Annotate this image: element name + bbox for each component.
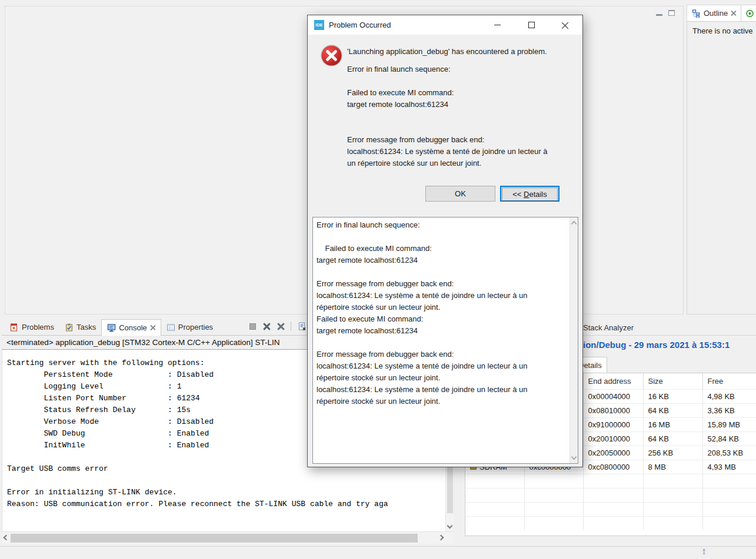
- properties-icon: [166, 323, 175, 332]
- tasks-icon: [65, 323, 74, 332]
- table-cell: [465, 488, 524, 502]
- scrollbar-thumb[interactable]: [11, 534, 418, 543]
- dialog-mi-command-message: Failed to execute MI command: target rem…: [347, 87, 578, 111]
- table-cell: [643, 516, 702, 530]
- table-cell: 0x20010000: [583, 431, 643, 446]
- table-cell: [702, 516, 756, 530]
- table-cell: 4,98 KB: [702, 389, 756, 403]
- tab-properties[interactable]: Properties: [161, 319, 218, 335]
- outline-icon: [692, 9, 701, 18]
- dialog-primary-message: 'Launching application_debug' has encoun…: [347, 46, 578, 58]
- dialog-secondary-message: Error in final launch sequence:: [347, 63, 578, 75]
- table-row[interactable]: [465, 474, 756, 488]
- details-panel: Error in final launch sequence: Failed t…: [312, 217, 578, 464]
- remove-all-launches-icon[interactable]: [277, 323, 284, 330]
- tab-tasks-label: Tasks: [76, 323, 96, 332]
- problem-occurred-dialog: IDE Problem Occurred 'Launching applicat…: [307, 15, 583, 467]
- tab-outline[interactable]: Outline: [687, 5, 741, 21]
- table-row[interactable]: [465, 502, 756, 516]
- table-cell: 0x91000000: [583, 417, 643, 431]
- table-column-header[interactable]: End address: [583, 373, 643, 389]
- table-cell: 16 KB: [643, 389, 702, 403]
- dialog-title-bar[interactable]: IDE Problem Occurred: [308, 15, 582, 35]
- tab-console[interactable]: Console: [101, 319, 161, 336]
- table-row[interactable]: [465, 488, 756, 502]
- toolbar-divider: [291, 322, 291, 331]
- tab-outline-label: Outline: [704, 9, 728, 18]
- dialog-backend-message: Error message from debugger back end: lo…: [347, 134, 578, 169]
- details-button[interactable]: << Details: [500, 186, 559, 202]
- table-cell: [524, 516, 583, 530]
- table-cell: [524, 502, 583, 516]
- table-column-header[interactable]: Size: [643, 373, 702, 389]
- table-cell: [465, 516, 524, 530]
- table-cell: 64 KB: [643, 403, 702, 417]
- tab-breakpoints[interactable]: [741, 5, 756, 21]
- ok-button[interactable]: OK: [425, 186, 495, 202]
- console-icon: [107, 324, 116, 332]
- close-button[interactable]: [548, 15, 582, 35]
- dialog-title: Problem Occurred: [329, 21, 391, 29]
- close-tab-icon[interactable]: [731, 11, 736, 16]
- table-cell: [465, 474, 524, 488]
- table-cell: 52,84 KB: [702, 431, 756, 446]
- table-cell: [524, 474, 583, 488]
- drag-handle-icon[interactable]: ⁞⁞: [702, 547, 704, 556]
- outline-tab-bar: Outline: [687, 5, 756, 22]
- table-cell: 208,53 KB: [702, 446, 756, 460]
- table-cell: [524, 488, 583, 502]
- close-tab-icon[interactable]: [150, 325, 155, 330]
- table-cell: [702, 474, 756, 488]
- analyzer-session-title: ion/Debug - 29 mars 2021 à 15:53:1: [583, 340, 730, 350]
- table-cell: [643, 474, 702, 488]
- minimize-button[interactable]: [480, 15, 514, 35]
- table-cell: [583, 488, 643, 502]
- scroll-right-icon[interactable]: [438, 535, 444, 541]
- scroll-up-icon[interactable]: [571, 221, 577, 227]
- ide-app-icon: IDE: [314, 20, 324, 30]
- table-cell: [643, 502, 702, 516]
- table-column-header[interactable]: Free: [702, 373, 756, 389]
- close-icon: [562, 22, 569, 29]
- remove-launch-icon[interactable]: [262, 323, 270, 330]
- terminate-icon[interactable]: [249, 323, 256, 330]
- tab-problems[interactable]: Problems: [5, 319, 59, 335]
- maximize-button[interactable]: [514, 15, 548, 35]
- error-icon: [320, 44, 343, 67]
- table-cell: 4,93 MB: [702, 460, 756, 474]
- outline-panel: Outline There is no active: [687, 5, 756, 314]
- details-scrollbar[interactable]: [570, 217, 578, 463]
- table-cell: [702, 488, 756, 502]
- table-cell: 64 KB: [643, 431, 702, 446]
- minimize-icon: [494, 25, 501, 26]
- scroll-left-icon[interactable]: [4, 535, 9, 541]
- table-cell: 3,36 KB: [702, 403, 756, 417]
- maximize-view-icon[interactable]: [668, 10, 675, 16]
- table-cell: 0x20050000: [583, 446, 643, 460]
- target-icon: [745, 9, 754, 18]
- scroll-down-icon[interactable]: [571, 454, 577, 460]
- minimize-view-icon[interactable]: [656, 14, 662, 16]
- tab-tasks[interactable]: Tasks: [59, 319, 101, 335]
- outline-empty-message: There is no active: [687, 22, 756, 35]
- table-cell: [583, 474, 643, 488]
- table-cell: [643, 488, 702, 502]
- table-cell: 8 MB: [643, 460, 702, 474]
- clear-console-icon[interactable]: [298, 322, 307, 330]
- details-text[interactable]: Error in final launch sequence: Failed t…: [313, 217, 570, 463]
- table-cell: [465, 502, 524, 516]
- table-cell: 0x08010000: [583, 403, 643, 417]
- console-horizontal-scrollbar[interactable]: [2, 531, 454, 544]
- status-bar: ⁞⁞: [0, 546, 756, 559]
- table-cell: [583, 516, 643, 530]
- tab-problems-label: Problems: [22, 323, 54, 332]
- ide-window: Outline There is no active Problems: [0, 0, 756, 559]
- table-cell: 15,89 MB: [702, 417, 756, 431]
- dialog-window-controls: [480, 15, 582, 35]
- tab-stack-analyzer[interactable]: Stack Analyzer: [583, 323, 634, 332]
- table-cell: 0xc0800000: [583, 460, 643, 474]
- table-cell: 0x00004000: [583, 389, 643, 403]
- table-cell: [583, 502, 643, 516]
- scroll-down-icon[interactable]: [447, 523, 453, 529]
- table-row[interactable]: [465, 516, 756, 530]
